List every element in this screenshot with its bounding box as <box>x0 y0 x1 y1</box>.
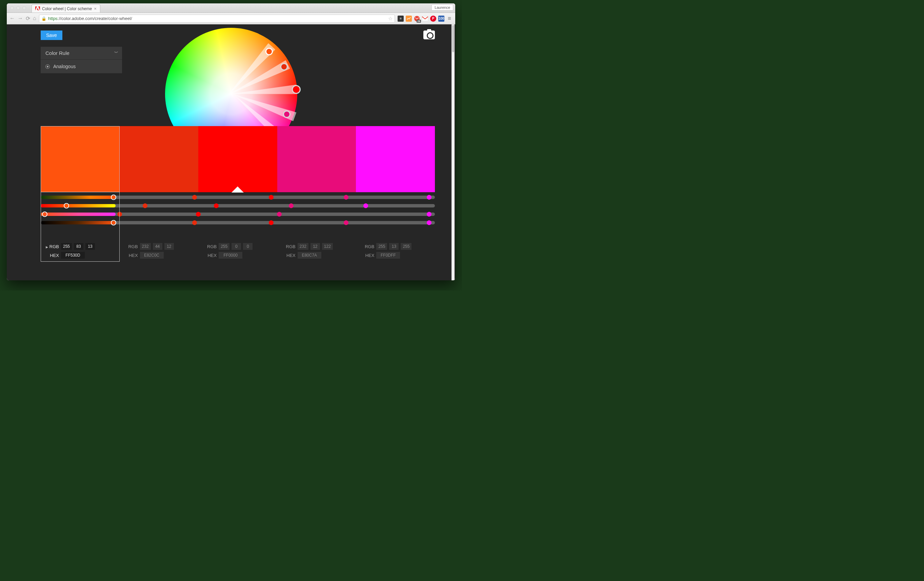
rgb-value[interactable]: 13 <box>389 243 399 250</box>
rgb-value[interactable]: 0 <box>231 243 241 250</box>
back-button[interactable]: ← <box>10 15 15 22</box>
camera-icon[interactable] <box>423 30 435 39</box>
rgb-value[interactable]: 13 <box>86 243 95 250</box>
slider-handle[interactable] <box>111 195 116 200</box>
rgb-label-wrap: ▶RGB <box>43 244 59 249</box>
slider-handle[interactable] <box>427 220 431 225</box>
wheel-handle-base[interactable] <box>292 85 301 94</box>
rgb-label-wrap: RGB <box>122 244 138 249</box>
rgb-label-wrap: RGB <box>201 244 216 249</box>
slider-handle[interactable] <box>427 195 431 200</box>
hex-label: HEX <box>122 253 138 258</box>
ext-100-icon[interactable]: 100 <box>438 16 444 22</box>
home-button[interactable]: ⌂ <box>33 15 36 22</box>
slider-handle[interactable] <box>277 212 282 216</box>
hex-value[interactable]: E82C0C <box>140 252 164 259</box>
readout-column: RGB25513255HEXFF0DFF <box>356 243 435 261</box>
slider-handle[interactable] <box>344 195 348 200</box>
address-bar[interactable]: 🔒 https ://color.adobe.com/create/color-… <box>39 15 395 23</box>
slider-handle[interactable] <box>64 203 69 208</box>
vertical-scrollbar[interactable] <box>452 25 455 281</box>
swatch[interactable] <box>277 126 356 192</box>
rgb-value[interactable]: 232 <box>298 243 309 250</box>
save-button[interactable]: Save <box>41 30 63 40</box>
slider-handle[interactable] <box>363 203 368 208</box>
rgb-label: RGB <box>286 244 295 249</box>
rgb-value[interactable]: 83 <box>74 243 83 250</box>
slider-handle[interactable] <box>214 203 219 208</box>
slider-row[interactable] <box>41 213 435 216</box>
slider-handle[interactable] <box>192 195 197 200</box>
hex-value[interactable]: FF530D <box>61 252 85 259</box>
readout-column: RGB25500HEXFF0000 <box>198 243 277 261</box>
minimize-window-icon[interactable] <box>16 6 20 10</box>
rgb-label: RGB <box>207 244 216 249</box>
svg-marker-1 <box>38 7 40 10</box>
pinterest-ext-icon[interactable]: P <box>430 16 436 22</box>
swatch[interactable] <box>120 126 199 192</box>
slider-handle[interactable] <box>269 220 274 225</box>
color-rule-panel: Color Rule ︾ Analogous <box>41 47 122 73</box>
slider-handle[interactable] <box>117 212 122 216</box>
swatch[interactable] <box>198 126 277 192</box>
slider-row[interactable] <box>41 204 435 208</box>
hex-value[interactable]: E80C7A <box>298 252 321 259</box>
rgb-label: RGB <box>50 244 59 249</box>
wheel-handle[interactable] <box>283 111 290 118</box>
menu-icon[interactable]: ≡ <box>446 15 452 22</box>
analytics-ext-icon[interactable] <box>406 16 412 22</box>
color-rule-option[interactable]: Analogous <box>41 59 122 73</box>
rgb-value[interactable]: 0 <box>243 243 252 250</box>
expand-triangle-icon[interactable]: ▶ <box>46 246 48 249</box>
rgb-value[interactable]: 12 <box>310 243 320 250</box>
wheel-handle[interactable] <box>280 63 288 71</box>
gmail-ext-icon[interactable]: 28 <box>414 16 420 22</box>
slider-handle[interactable] <box>111 220 116 225</box>
hex-value[interactable]: FF0000 <box>219 252 243 259</box>
bookmark-star-icon[interactable]: ☆ <box>388 16 393 22</box>
chevron-down-icon: ︾ <box>114 50 117 56</box>
window-controls[interactable] <box>7 3 30 13</box>
scrollbar-thumb[interactable] <box>452 25 454 52</box>
close-window-icon[interactable] <box>10 6 14 10</box>
slider-handle[interactable] <box>42 211 48 217</box>
slider-handle[interactable] <box>344 220 348 225</box>
badge-count: 28 <box>417 20 421 23</box>
rgb-value[interactable]: 255 <box>219 243 229 250</box>
close-tab-icon[interactable]: × <box>94 6 97 11</box>
profile-button[interactable]: Laurence <box>431 4 453 10</box>
slider-handle[interactable] <box>427 212 431 216</box>
zoom-window-icon[interactable] <box>22 6 26 10</box>
slider-row[interactable] <box>41 196 435 199</box>
rgb-value[interactable]: 44 <box>153 243 162 250</box>
swatch[interactable] <box>356 126 435 192</box>
rgb-value[interactable]: 255 <box>61 243 72 250</box>
rgb-label: RGB <box>128 244 138 249</box>
rgb-value[interactable]: 255 <box>401 243 411 250</box>
slider-row[interactable] <box>41 221 435 224</box>
slider-track-active <box>41 196 116 199</box>
slider-handle[interactable] <box>192 220 197 225</box>
wheel-handle[interactable] <box>266 48 273 55</box>
slider-handle[interactable] <box>269 195 274 200</box>
slider-handle[interactable] <box>143 203 147 208</box>
rgb-value[interactable]: 12 <box>164 243 174 250</box>
slider-handle[interactable] <box>196 212 201 216</box>
browser-tab[interactable]: Color wheel | Color scheme × <box>31 4 100 13</box>
gmail-icon[interactable] <box>422 16 428 22</box>
color-rule-header[interactable]: Color Rule ︾ <box>41 47 122 59</box>
rgb-value[interactable]: 255 <box>376 243 387 250</box>
slider-handle[interactable] <box>289 203 294 208</box>
rgb-value[interactable]: 122 <box>322 243 333 250</box>
hex-value[interactable]: FF0DFF <box>376 252 400 259</box>
rgb-label-wrap: RGB <box>359 244 374 249</box>
browser-window: Color wheel | Color scheme × Laurence ← … <box>7 3 455 281</box>
buffer-ext-icon[interactable]: ≡ <box>398 16 404 22</box>
forward-button[interactable]: → <box>18 15 23 22</box>
rgb-value[interactable]: 232 <box>140 243 151 250</box>
swatch[interactable] <box>41 126 120 192</box>
color-rule-heading: Color Rule <box>45 50 69 56</box>
reload-button[interactable]: ⟳ <box>26 15 30 22</box>
hex-label: HEX <box>201 253 216 258</box>
lock-icon: 🔒 <box>41 16 46 21</box>
